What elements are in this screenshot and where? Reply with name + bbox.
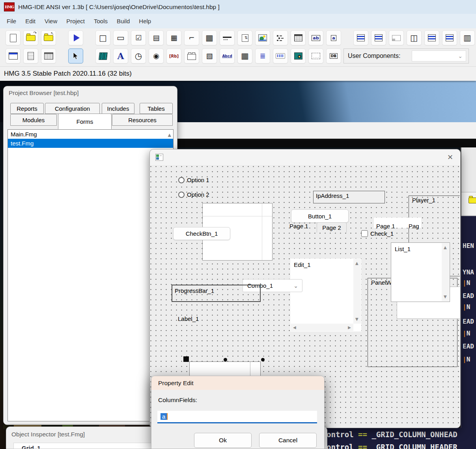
menu-item-tools[interactable]: Tools bbox=[94, 18, 108, 24]
progress-indicator-button[interactable]: IIII bbox=[273, 48, 288, 63]
window-control-button[interactable]: □ bbox=[95, 30, 110, 45]
menu-item-view[interactable]: View bbox=[45, 18, 57, 24]
scroll-up-icon[interactable]: ▲ bbox=[444, 246, 447, 250]
browse-control-button[interactable]: ▦ bbox=[166, 30, 181, 45]
spinner-control-button[interactable] bbox=[237, 30, 252, 45]
scroll-up-icon[interactable]: ▲ bbox=[168, 132, 171, 138]
datepicker-control-button[interactable] bbox=[291, 30, 306, 45]
dbgrid-control-button[interactable]: DB bbox=[326, 48, 341, 63]
label-control-button[interactable]: Abcd bbox=[220, 48, 235, 63]
user-components-dropdown[interactable]: ⌄ bbox=[412, 50, 466, 61]
label-control[interactable]: Label_1 bbox=[178, 315, 199, 322]
list-item-test.fmg[interactable]: test.Fmg bbox=[8, 139, 173, 148]
edit-vscrollbar[interactable]: ▲ ▼ bbox=[353, 259, 361, 324]
open-project-button[interactable] bbox=[23, 30, 38, 45]
menu-item-help[interactable]: Help bbox=[139, 18, 151, 24]
tab-configuration[interactable]: Configuration bbox=[45, 103, 100, 114]
tab-tables[interactable]: Tables bbox=[140, 103, 173, 114]
tree-control-button[interactable] bbox=[273, 30, 288, 45]
mediaplayer-control-button[interactable] bbox=[291, 48, 306, 63]
textbox-control-button[interactable]: ab bbox=[308, 30, 323, 45]
tabpage-strip-button[interactable] bbox=[424, 30, 439, 45]
radiogroup-control-button[interactable]: ◉ bbox=[149, 48, 164, 63]
tab-control-icon bbox=[223, 36, 231, 40]
frame-control-button[interactable] bbox=[442, 30, 457, 45]
panel-control-button[interactable]: ▭ bbox=[113, 30, 128, 45]
forms-file-list: Main.Fmgtest.Fmg▲ bbox=[7, 129, 174, 421]
form-button[interactable] bbox=[41, 48, 56, 63]
radio-option2[interactable] bbox=[178, 192, 185, 198]
menu-item-file[interactable]: File bbox=[7, 18, 16, 24]
scroll-down-icon[interactable]: ▼ bbox=[355, 317, 358, 321]
richedit-control-button[interactable]: [Rb] bbox=[166, 48, 181, 63]
tabpage-control-button[interactable] bbox=[184, 48, 199, 63]
background-window-band bbox=[174, 139, 476, 147]
timer-button[interactable]: ◷ bbox=[131, 48, 146, 63]
animate-control-button[interactable]: ▧ bbox=[202, 48, 217, 63]
scroll-left-icon[interactable]: ◀ bbox=[293, 326, 296, 330]
menu-item-project[interactable]: Project bbox=[66, 18, 85, 24]
tab-control-button[interactable] bbox=[220, 30, 235, 45]
edit-control[interactable]: Edit_1 ▲ ▼ ◀ ▶ bbox=[290, 259, 361, 332]
ok-button[interactable]: Ok bbox=[194, 433, 252, 448]
tab1-page2[interactable]: Page 2 bbox=[317, 222, 347, 233]
selection-handle[interactable] bbox=[224, 358, 227, 361]
ipaddress-control[interactable]: IpAddress_1 bbox=[313, 191, 385, 203]
main-window-button[interactable] bbox=[6, 48, 21, 63]
menu-item-build[interactable]: Build bbox=[117, 18, 130, 24]
list-scrollbar[interactable]: ▲ ▼ bbox=[442, 243, 449, 301]
library-button[interactable] bbox=[95, 48, 110, 63]
object-inspector-item[interactable]: Grid_1 bbox=[22, 445, 41, 449]
code-editor-strip[interactable]: HENYNA|NEAD|NEAD|NEAD|N bbox=[461, 216, 476, 449]
edit-hscrollbar[interactable]: ◀ ▶ bbox=[291, 324, 353, 331]
scroll-up-icon[interactable]: ▲ bbox=[355, 261, 358, 265]
checklabel-control-button[interactable]: ≣ bbox=[255, 48, 270, 63]
slider-control-button[interactable] bbox=[353, 30, 368, 45]
tab-resources[interactable]: Resources bbox=[112, 114, 173, 126]
designer-titlebar: ✕ bbox=[150, 149, 460, 165]
editbox-control-button[interactable]: a bbox=[326, 30, 341, 45]
tab2-page2[interactable]: Pag bbox=[409, 223, 419, 229]
progressbar-control[interactable]: ProgressBar_1 bbox=[172, 285, 261, 302]
tab-forms[interactable]: Forms bbox=[58, 114, 112, 129]
code-editor-bottom[interactable]: ontrol == _GRID_COLUMN_ONHEADontrol == _… bbox=[326, 428, 476, 449]
monthcalendar-control-button[interactable]: ▦ bbox=[237, 48, 252, 63]
browse-columns-button[interactable]: ▥ bbox=[460, 30, 475, 45]
checkbtn-control[interactable]: CheckBtn_1 bbox=[173, 227, 230, 240]
image-control-button[interactable] bbox=[255, 30, 270, 45]
scroll-right-icon[interactable]: ▶ bbox=[348, 326, 351, 330]
scroll-down-icon[interactable]: ▼ bbox=[444, 295, 447, 299]
selection-handle[interactable] bbox=[183, 356, 189, 362]
tab-reports[interactable]: Reports bbox=[10, 103, 44, 114]
line-control-button[interactable]: ⌐ bbox=[184, 30, 199, 45]
tab1-page1[interactable]: Page 1 bbox=[289, 223, 308, 229]
grid-control-button[interactable]: ▦ bbox=[202, 30, 217, 45]
button1-control[interactable]: Button_1 bbox=[291, 209, 349, 223]
report-button[interactable] bbox=[23, 48, 38, 63]
checkbox-control-button[interactable]: ☑ bbox=[131, 30, 146, 45]
radio-option1[interactable] bbox=[178, 177, 185, 183]
tab-modules[interactable]: Modules bbox=[10, 114, 57, 126]
progressbar-control-button[interactable] bbox=[371, 30, 386, 45]
menu-item-edit[interactable]: Edit bbox=[25, 18, 35, 24]
check1-checkbox[interactable] bbox=[361, 230, 368, 237]
columnfields-input[interactable]: a bbox=[157, 411, 317, 423]
list-control[interactable]: List_1 ▲ ▼ bbox=[391, 242, 450, 302]
button1-label: Button_1 bbox=[308, 213, 332, 220]
select-pointer-button[interactable] bbox=[68, 48, 83, 63]
close-icon[interactable]: ✕ bbox=[447, 153, 453, 161]
hotkeybox-control-button[interactable] bbox=[308, 48, 323, 63]
font-button[interactable]: A bbox=[113, 48, 128, 63]
code-fragment: |N bbox=[463, 279, 470, 287]
list-item-main.fmg[interactable]: Main.Fmg bbox=[8, 130, 173, 139]
statusbar-control-button[interactable] bbox=[389, 30, 404, 45]
new-file-button[interactable] bbox=[6, 30, 21, 45]
tab-includes[interactable]: Includes bbox=[102, 103, 134, 114]
listbox-control-button[interactable]: ▤ bbox=[149, 30, 164, 45]
run-button[interactable] bbox=[68, 30, 83, 45]
cancel-button[interactable]: Cancel bbox=[259, 433, 317, 448]
selection-handle[interactable] bbox=[261, 358, 265, 361]
splitbox-control-button[interactable]: ◫ bbox=[407, 30, 422, 45]
new-project-button[interactable] bbox=[41, 30, 56, 45]
tab2-page1[interactable]: Page 1 bbox=[376, 223, 395, 229]
